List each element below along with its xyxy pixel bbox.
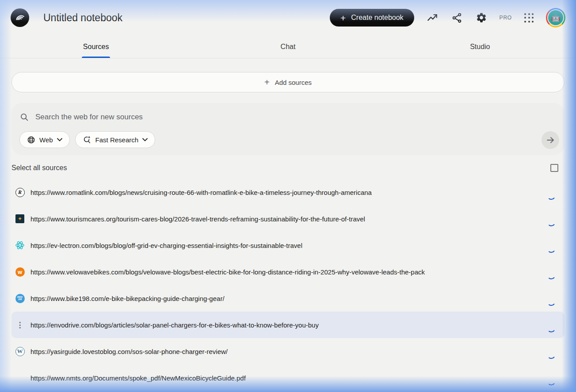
loading-spinner-icon <box>546 217 556 227</box>
source-url: https://www.tourismcares.org/tourism-car… <box>31 215 547 223</box>
source-url: https://www.velowavebikes.com/blogs/velo… <box>31 268 547 276</box>
globe-icon <box>27 136 35 144</box>
gear-icon <box>476 12 487 23</box>
robot-avatar-icon: 🤖 <box>547 9 564 26</box>
header: Untitled notebook + Create notebook <box>0 0 576 35</box>
web-chip-label: Web <box>39 136 53 144</box>
search-submit-button[interactable] <box>542 131 559 149</box>
source-row-status <box>547 270 556 279</box>
source-row-status <box>547 191 556 200</box>
source-row-status <box>547 297 556 306</box>
velowave-favicon-icon: w <box>15 267 25 277</box>
plus-icon: + <box>340 13 346 23</box>
bike198-favicon-icon: BIKE198 <box>15 293 25 303</box>
source-url: https://ev-lectron.com/blogs/blog/off-gr… <box>31 242 547 249</box>
search-input[interactable] <box>35 113 557 122</box>
source-url: https://yasirguide.lovestoblog.com/sos-s… <box>31 348 547 355</box>
source-row-status <box>547 377 556 385</box>
sparkle-search-icon <box>83 135 92 144</box>
share-button[interactable] <box>450 11 463 24</box>
select-all-label: Select all sources <box>11 164 67 172</box>
arrow-right-icon <box>545 135 555 145</box>
add-sources-label: Add sources <box>275 79 312 86</box>
web-source-chip[interactable]: Web <box>19 131 70 148</box>
source-row[interactable]: whttps://www.velowavebikes.com/blogs/vel… <box>11 259 565 285</box>
source-url: https://envodrive.com/blogs/articles/sol… <box>31 321 547 329</box>
chevron-down-icon <box>142 138 148 141</box>
select-all-row: Select all sources <box>11 163 565 173</box>
user-avatar[interactable]: 🤖 <box>546 8 565 27</box>
source-row-status <box>547 350 556 359</box>
source-list: Rhttps://www.romatlink.com/blogs/news/cr… <box>11 179 565 391</box>
source-row[interactable]: https://ev-lectron.com/blogs/blog/off-gr… <box>11 232 565 259</box>
research-mode-chip[interactable]: Fast Research <box>75 131 156 148</box>
source-row[interactable]: Whttps://yasirguide.lovestoblog.com/sos-… <box>11 338 565 365</box>
tab-sources[interactable]: Sources <box>0 35 192 58</box>
source-row-status <box>547 217 556 226</box>
settings-button[interactable] <box>475 11 488 24</box>
tab-studio[interactable]: Studio <box>384 35 576 58</box>
apps-menu-button[interactable] <box>523 12 534 23</box>
source-row[interactable]: BIKE198https://www.bike198.com/e-bike-bi… <box>11 285 565 312</box>
create-notebook-button[interactable]: + Create notebook <box>330 9 414 27</box>
source-row[interactable]: ⋮https://envodrive.com/blogs/articles/so… <box>11 312 565 338</box>
source-url: https://www.romatlink.com/blogs/news/cru… <box>31 189 547 196</box>
wordpress-favicon-icon: W <box>15 346 25 356</box>
page-title[interactable]: Untitled notebook <box>43 12 330 24</box>
apps-grid-icon <box>524 13 534 23</box>
romatlink-favicon-icon: R <box>15 187 25 197</box>
search-icon <box>19 112 29 122</box>
search-row <box>19 109 557 125</box>
sources-panel: + Add sources Web <box>0 72 576 391</box>
tab-bar: Sources Chat Studio <box>0 35 576 58</box>
tab-chat[interactable]: Chat <box>192 35 384 58</box>
trending-up-icon <box>427 12 438 23</box>
pro-badge: PRO <box>500 15 512 21</box>
source-row-status <box>547 323 556 332</box>
kebab-menu-icon[interactable]: ⋮ <box>15 320 25 330</box>
select-all-checkbox[interactable] <box>550 164 558 172</box>
loading-spinner-icon <box>546 376 556 386</box>
tourismcares-favicon-icon: ✦ <box>15 214 25 224</box>
source-row[interactable]: ✦https://www.tourismcares.org/tourism-ca… <box>11 206 565 232</box>
loading-spinner-icon <box>546 323 556 333</box>
notebooklm-logo-icon[interactable] <box>11 8 29 27</box>
source-row[interactable]: https://www.nmts.org/Documents/spoke_pdf… <box>11 365 565 391</box>
source-url: https://www.nmts.org/Documents/spoke_pdf… <box>31 374 547 382</box>
loading-spinner-icon <box>546 244 556 253</box>
source-row[interactable]: Rhttps://www.romatlink.com/blogs/news/cr… <box>11 179 565 206</box>
favicon-empty <box>15 373 25 383</box>
loading-spinner-icon <box>546 190 556 200</box>
source-url: https://www.bike198.com/e-bike-bikepacki… <box>31 295 547 302</box>
research-chip-label: Fast Research <box>95 136 139 144</box>
add-sources-button[interactable]: + Add sources <box>11 72 565 92</box>
plus-icon: + <box>264 77 270 88</box>
loading-spinner-icon <box>546 350 556 359</box>
web-search-panel: Web Fast Research <box>11 103 565 155</box>
loading-spinner-icon <box>546 297 556 306</box>
analytics-button[interactable] <box>426 11 439 24</box>
search-filter-chips: Web Fast Research <box>19 131 557 148</box>
evlectron-favicon-icon <box>15 240 25 250</box>
share-icon <box>451 12 462 23</box>
chevron-down-icon <box>57 138 62 141</box>
header-actions: + Create notebook PRO <box>330 8 565 27</box>
source-row-status <box>547 244 556 253</box>
notebooklm-app: Untitled notebook + Create notebook <box>0 0 576 392</box>
create-notebook-label: Create notebook <box>351 14 403 22</box>
loading-spinner-icon <box>546 270 556 280</box>
